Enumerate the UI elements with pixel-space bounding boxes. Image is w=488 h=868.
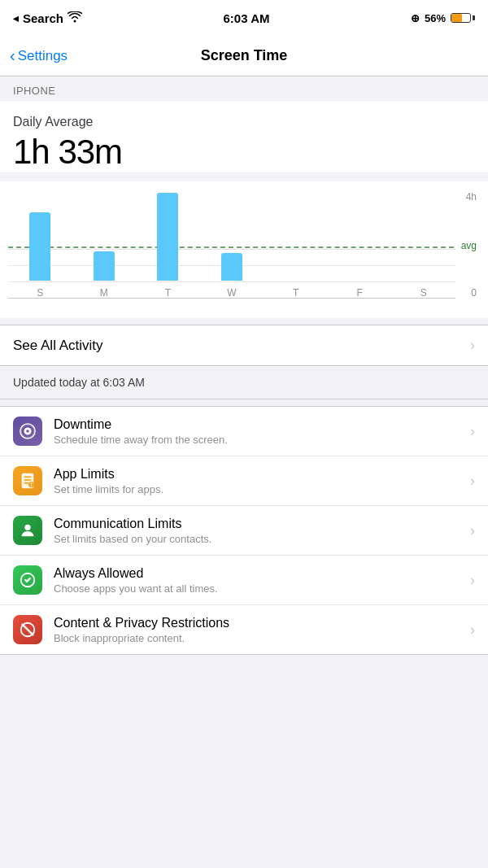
- wifi-icon: [68, 11, 82, 25]
- list-section: Downtime Schedule time away from the scr…: [0, 406, 488, 655]
- bar-f: [349, 279, 370, 281]
- daily-average-value: 1h 33m: [13, 133, 475, 172]
- bar-label-t2: T: [293, 287, 298, 299]
- applimits-icon: !: [13, 466, 42, 495]
- daily-average-section: Daily Average 1h 33m: [0, 102, 488, 172]
- alwaysallowed-text: Always Allowed Choose apps you want at a…: [54, 566, 464, 595]
- bar-col-1: M: [72, 251, 137, 299]
- bar-label-f: F: [357, 287, 363, 299]
- commlimits-text: Communication Limits Set limits based on…: [54, 517, 464, 545]
- back-arrow-status: ◂: [13, 12, 19, 24]
- bar-label-w: W: [227, 287, 236, 299]
- bar-label-t1: T: [165, 287, 171, 299]
- battery-percent: 56%: [425, 12, 446, 24]
- downtime-text: Downtime Schedule time away from the scr…: [54, 417, 464, 446]
- alwaysallowed-chevron-icon: ›: [470, 572, 475, 589]
- svg-rect-4: [24, 479, 31, 481]
- downtime-row[interactable]: Downtime Schedule time away from the scr…: [0, 407, 488, 456]
- bars-container: S M T W T: [8, 201, 455, 299]
- status-right: ⊕ 56%: [411, 12, 475, 24]
- status-left: ◂ Search: [13, 11, 82, 25]
- svg-rect-3: [24, 477, 31, 478]
- status-time: 6:03 AM: [224, 11, 270, 25]
- y-label-max: 4h: [466, 191, 477, 203]
- commlimits-title: Communication Limits: [54, 517, 464, 531]
- alwaysallowed-subtitle: Choose apps you want at all times.: [54, 582, 464, 595]
- contentprivacy-text: Content & Privacy Restrictions Block ina…: [54, 616, 464, 644]
- avg-label: avg: [461, 240, 477, 251]
- bar-col-0: S: [8, 212, 72, 299]
- status-bar: ◂ Search 6:03 AM ⊕ 56%: [0, 0, 488, 36]
- menu-items-section: Downtime Schedule time away from the scr…: [0, 406, 488, 655]
- applimits-chevron-icon: ›: [470, 473, 475, 490]
- updated-row: Updated today at 6:03 AM: [0, 366, 488, 399]
- alwaysallowed-title: Always Allowed: [54, 566, 464, 581]
- applimits-text: App Limits Set time limits for apps.: [54, 467, 464, 495]
- bar-t1: [157, 193, 178, 281]
- back-chevron-icon: ‹: [10, 47, 15, 63]
- back-button[interactable]: ‹ Settings: [10, 48, 68, 64]
- svg-point-8: [24, 525, 30, 530]
- bar-w: [221, 253, 242, 281]
- commlimits-chevron-icon: ›: [470, 522, 475, 539]
- bar-label-m: M: [100, 287, 108, 299]
- bar-label-s1: S: [37, 287, 43, 299]
- bar-col-6: S: [391, 279, 455, 299]
- applimits-row[interactable]: ! App Limits Set time limits for apps. ›: [0, 456, 488, 506]
- commlimits-row[interactable]: Communication Limits Set limits based on…: [0, 506, 488, 556]
- bar-col-2: T: [136, 193, 200, 299]
- see-all-label: See All Activity: [13, 338, 470, 354]
- svg-rect-5: [24, 482, 28, 484]
- downtime-subtitle: Schedule time away from the screen.: [54, 434, 464, 446]
- carrier-label: Search: [23, 11, 63, 25]
- bar-col-3: W: [200, 253, 264, 299]
- contentprivacy-chevron-icon: ›: [470, 622, 475, 639]
- alwaysallowed-row[interactable]: Always Allowed Choose apps you want at a…: [0, 556, 488, 605]
- contentprivacy-subtitle: Block inappropriate content.: [54, 632, 464, 644]
- bar-label-s2: S: [420, 287, 427, 299]
- iphone-section-header: IPHONE: [0, 76, 488, 102]
- commlimits-icon: [13, 516, 42, 545]
- usage-chart: 4h 0 avg S M T: [0, 181, 488, 318]
- see-all-activity-row[interactable]: See All Activity ›: [0, 325, 488, 366]
- contentprivacy-row[interactable]: Content & Privacy Restrictions Block ina…: [0, 605, 488, 654]
- bar-t2: [285, 279, 307, 281]
- bar-s2: [413, 279, 434, 281]
- bar-col-5: F: [328, 279, 392, 299]
- downtime-title: Downtime: [54, 417, 464, 432]
- bar-col-4: T: [264, 279, 328, 299]
- bar-s1: [29, 212, 50, 281]
- rotation-lock-icon: ⊕: [411, 12, 420, 24]
- contentprivacy-title: Content & Privacy Restrictions: [54, 616, 464, 630]
- commlimits-subtitle: Set limits based on your contacts.: [54, 533, 464, 545]
- updated-text: Updated today at 6:03 AM: [13, 376, 145, 389]
- svg-point-1: [26, 430, 29, 433]
- daily-average-label: Daily Average: [13, 115, 475, 129]
- alwaysallowed-icon: [13, 565, 42, 595]
- page-title: Screen Time: [201, 47, 288, 64]
- see-all-wrapper: See All Activity ›: [0, 325, 488, 366]
- y-label-min: 0: [471, 287, 477, 299]
- applimits-subtitle: Set time limits for apps.: [54, 483, 464, 495]
- see-all-chevron-icon: ›: [470, 337, 475, 354]
- contentprivacy-icon: [13, 615, 42, 644]
- bar-m: [94, 251, 115, 281]
- battery-icon: [451, 13, 475, 23]
- downtime-icon: [13, 417, 42, 446]
- downtime-chevron-icon: ›: [470, 423, 475, 440]
- nav-bar: ‹ Settings Screen Time: [0, 36, 488, 76]
- svg-line-11: [23, 625, 33, 635]
- applimits-title: App Limits: [54, 467, 464, 482]
- svg-text:!: !: [31, 482, 33, 487]
- chart-area: 4h 0 avg S M T: [8, 188, 480, 318]
- back-label: Settings: [18, 48, 68, 64]
